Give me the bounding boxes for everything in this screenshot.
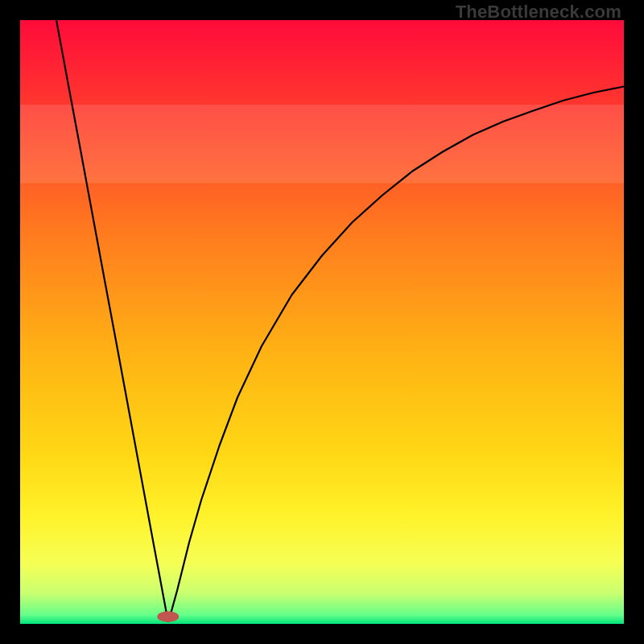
haze-band [20, 105, 624, 184]
chart-svg [20, 20, 624, 624]
chart-frame [20, 20, 624, 624]
minimum-marker [157, 611, 179, 622]
